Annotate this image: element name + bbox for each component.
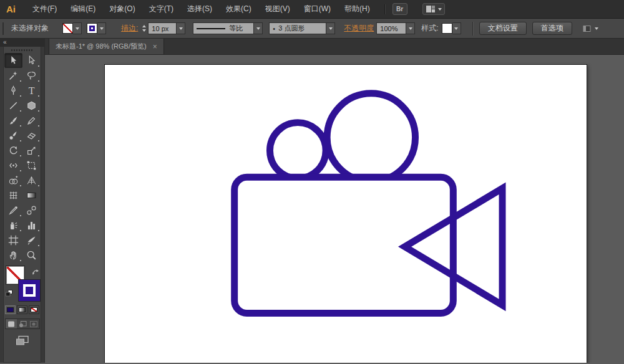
stroke-width-input[interactable]: 10 px xyxy=(148,22,177,34)
perspective-grid-icon xyxy=(26,175,37,186)
tool-column-graph[interactable] xyxy=(22,218,41,232)
menu-item[interactable]: 文件(F) xyxy=(26,0,64,18)
tool-symbol-sprayer[interactable] xyxy=(4,218,22,232)
opacity-panel-link[interactable]: 不透明度 xyxy=(344,23,374,34)
tool-lasso[interactable] xyxy=(22,68,41,83)
tool-perspective-grid[interactable] xyxy=(22,173,41,188)
flyout-indicator-icon xyxy=(38,80,39,82)
chevron-down-icon xyxy=(179,27,183,30)
pasteboard[interactable] xyxy=(45,55,624,363)
tool-shape[interactable] xyxy=(22,98,41,113)
bridge-icon[interactable]: Br xyxy=(392,3,407,15)
gradient-button[interactable] xyxy=(17,305,27,314)
artboard[interactable] xyxy=(104,64,587,363)
menu-item[interactable]: 视图(V) xyxy=(258,0,297,18)
panel-options-icon xyxy=(583,25,592,32)
style-swatch-icon[interactable] xyxy=(442,23,452,34)
opacity-dropdown[interactable] xyxy=(406,22,415,34)
tool-selection[interactable] xyxy=(4,53,22,68)
tool-type[interactable]: T xyxy=(22,83,41,98)
menu-item[interactable]: 选择(S) xyxy=(180,0,219,18)
fill-color-control[interactable] xyxy=(62,22,82,34)
width-profile-dropdown[interactable] xyxy=(254,22,263,34)
tool-blob-brush[interactable] xyxy=(4,128,22,143)
control-bar: 未选择对象 描边: 10 px 等比 • 3 点圆形 不透明度 100% xyxy=(0,19,624,39)
brush-dropdown[interactable] xyxy=(326,22,335,34)
document-tab[interactable]: 未标题-1* @ 98% (RGB/预览) × xyxy=(49,39,164,54)
stroke-width-dropdown[interactable] xyxy=(177,22,185,34)
opacity-input[interactable]: 100% xyxy=(376,22,406,34)
stroke-swatch-active[interactable] xyxy=(19,280,40,301)
document-setup-button[interactable]: 文档设置 xyxy=(479,22,527,35)
stroke-width-stepper[interactable] xyxy=(142,25,146,32)
shape-circle[interactable] xyxy=(327,93,415,181)
tools-collapse-button[interactable]: « xyxy=(0,39,44,47)
menu-item[interactable]: 编辑(E) xyxy=(64,0,102,18)
draw-normal-icon[interactable] xyxy=(6,319,17,328)
menu-item[interactable]: 对象(O) xyxy=(102,0,142,18)
tool-pencil[interactable] xyxy=(22,113,41,128)
gradient-icon xyxy=(26,190,37,201)
tool-blend[interactable] xyxy=(22,203,41,218)
stroke-dropdown-button[interactable] xyxy=(97,22,106,34)
menu-item[interactable]: 效果(C) xyxy=(219,0,258,18)
menu-item[interactable]: 文字(T) xyxy=(142,0,180,18)
flyout-indicator-icon xyxy=(20,215,21,216)
swap-fill-stroke-icon[interactable] xyxy=(32,267,39,278)
tool-rotate[interactable] xyxy=(4,143,22,158)
tool-width[interactable] xyxy=(4,158,22,173)
stroke-panel-link[interactable]: 描边: xyxy=(121,23,138,34)
tool-magic-wand[interactable] xyxy=(4,68,22,83)
brush-label: 3 点圆形 xyxy=(278,24,305,33)
tool-artboard[interactable] xyxy=(4,232,22,247)
tool-direct-selection[interactable] xyxy=(22,53,41,68)
tool-zoom[interactable] xyxy=(22,247,41,262)
stepper-up-icon[interactable] xyxy=(142,25,146,27)
panel-drag-gripper[interactable] xyxy=(11,49,34,51)
menu-item[interactable]: 帮助(H) xyxy=(338,0,377,18)
stroke-color-control[interactable] xyxy=(87,22,106,34)
draw-behind-icon[interactable] xyxy=(17,319,28,328)
draw-inside-icon[interactable] xyxy=(28,319,39,328)
stroke-color-swatch-icon[interactable] xyxy=(87,23,97,34)
workspace-switcher-button[interactable] xyxy=(422,3,445,15)
tool-slice[interactable] xyxy=(22,232,41,247)
tool-gradient[interactable] xyxy=(22,188,41,203)
stepper-down-icon[interactable] xyxy=(142,29,146,32)
tool-shape-builder[interactable] xyxy=(4,173,22,188)
artboard-icon xyxy=(8,235,19,246)
shape-circle[interactable] xyxy=(270,123,326,179)
tool-free-transform[interactable] xyxy=(22,158,41,173)
tool-eraser[interactable] xyxy=(22,128,41,143)
brush-definition-select[interactable]: • 3 点圆形 xyxy=(269,22,326,34)
change-screen-mode-button[interactable] xyxy=(16,335,29,346)
tool-hand[interactable] xyxy=(4,247,22,262)
control-panel-menu-button[interactable] xyxy=(583,25,598,32)
tool-mesh[interactable] xyxy=(4,188,22,203)
tool-line-segment[interactable] xyxy=(4,98,22,113)
style-control[interactable] xyxy=(442,22,461,34)
style-dropdown[interactable] xyxy=(452,22,461,34)
none-fill-swatch-icon[interactable] xyxy=(62,23,73,34)
shape-rounded-rect[interactable] xyxy=(235,177,454,313)
fill-dropdown-button[interactable] xyxy=(73,22,82,34)
flyout-indicator-icon xyxy=(38,140,39,141)
flyout-indicator-icon xyxy=(38,110,39,112)
uniform-profile-icon xyxy=(197,28,225,29)
tool-paintbrush[interactable] xyxy=(4,113,22,128)
flyout-indicator-icon xyxy=(20,95,21,97)
width-profile-select[interactable]: 等比 xyxy=(193,22,254,34)
none-button[interactable] xyxy=(29,305,39,314)
color-button[interactable] xyxy=(5,305,16,314)
close-tab-icon[interactable]: × xyxy=(153,43,157,50)
tool-eyedropper[interactable] xyxy=(4,203,22,218)
eyedropper-icon xyxy=(8,205,19,216)
tool-pen[interactable] xyxy=(4,83,22,98)
tool-scale[interactable] xyxy=(22,143,41,158)
flyout-indicator-icon xyxy=(38,65,39,67)
default-fill-stroke-icon[interactable] xyxy=(5,289,13,300)
menu-item[interactable]: 窗口(W) xyxy=(297,0,338,18)
shape-icon xyxy=(26,100,37,111)
preferences-button[interactable]: 首选项 xyxy=(532,22,572,35)
panel-grip[interactable] xyxy=(2,22,5,35)
